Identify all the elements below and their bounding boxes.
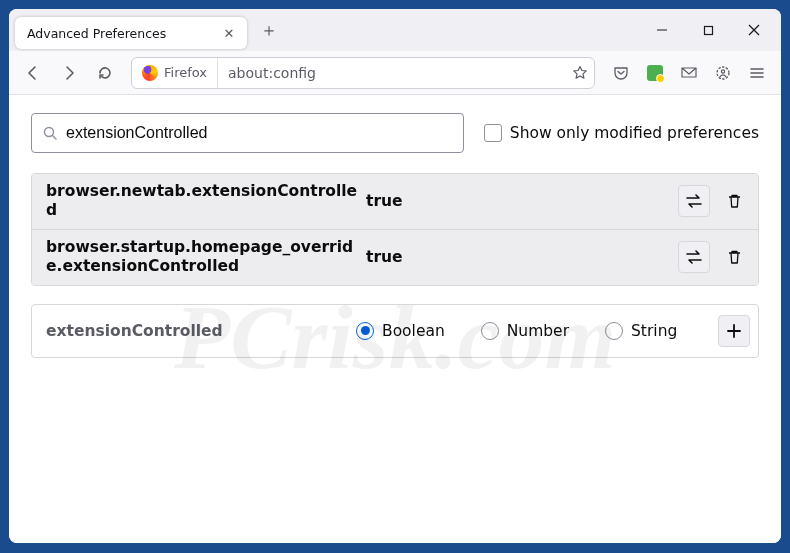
firefox-icon bbox=[142, 65, 158, 81]
pref-actions bbox=[678, 241, 750, 273]
type-radio-group: Boolean Number String bbox=[356, 322, 718, 340]
tab-title: Advanced Preferences bbox=[27, 26, 219, 41]
forward-button[interactable] bbox=[53, 57, 85, 89]
search-toolbar: Show only modified preferences bbox=[31, 113, 759, 153]
show-modified-toggle[interactable]: Show only modified preferences bbox=[484, 124, 759, 142]
radio-icon bbox=[605, 322, 623, 340]
url-bar[interactable]: Firefox about:config bbox=[131, 57, 595, 89]
prefs-table: browser.newtab.extensionControlled true … bbox=[31, 173, 759, 286]
search-icon bbox=[42, 125, 58, 141]
reset-button[interactable] bbox=[718, 241, 750, 273]
account-icon[interactable] bbox=[707, 57, 739, 89]
bookmark-star-icon[interactable] bbox=[566, 65, 594, 81]
pref-actions bbox=[678, 185, 750, 217]
swap-icon bbox=[685, 250, 703, 264]
radio-icon bbox=[481, 322, 499, 340]
site-identity[interactable]: Firefox bbox=[132, 58, 218, 88]
back-button[interactable] bbox=[17, 57, 49, 89]
plus-icon bbox=[727, 324, 741, 338]
pref-row[interactable]: browser.newtab.extensionControlled true bbox=[32, 174, 758, 229]
show-modified-label: Show only modified preferences bbox=[510, 124, 759, 142]
extension-icon[interactable] bbox=[639, 57, 671, 89]
pref-name: browser.startup.homepage_override.extens… bbox=[46, 238, 366, 277]
nav-bar: Firefox about:config bbox=[9, 51, 781, 95]
new-tab-button[interactable]: ＋ bbox=[255, 16, 283, 44]
identity-label: Firefox bbox=[164, 65, 207, 80]
url-text: about:config bbox=[218, 65, 566, 81]
toolbar-actions bbox=[605, 57, 773, 89]
new-pref-name: extensionControlled bbox=[46, 322, 356, 340]
pref-value: true bbox=[366, 192, 678, 210]
svg-point-5 bbox=[721, 69, 724, 72]
pref-row[interactable]: browser.startup.homepage_override.extens… bbox=[32, 229, 758, 285]
radio-boolean[interactable]: Boolean bbox=[356, 322, 445, 340]
tab-strip: Advanced Preferences ✕ ＋ bbox=[9, 9, 781, 51]
pref-name: browser.newtab.extensionControlled bbox=[46, 182, 366, 221]
about-config-content: Show only modified preferences browser.n… bbox=[9, 95, 781, 543]
browser-window: Advanced Preferences ✕ ＋ Firefox about:c… bbox=[9, 9, 781, 543]
app-menu-icon[interactable] bbox=[741, 57, 773, 89]
toggle-button[interactable] bbox=[678, 241, 710, 273]
minimize-button[interactable] bbox=[639, 9, 685, 51]
checkbox-icon bbox=[484, 124, 502, 142]
inbox-icon[interactable] bbox=[673, 57, 705, 89]
close-tab-icon[interactable]: ✕ bbox=[219, 23, 239, 43]
radio-icon bbox=[356, 322, 374, 340]
new-pref-row: extensionControlled Boolean Number Strin… bbox=[31, 304, 759, 358]
trash-icon bbox=[727, 193, 742, 209]
window-controls bbox=[639, 9, 777, 51]
search-box[interactable] bbox=[31, 113, 464, 153]
search-input[interactable] bbox=[66, 124, 453, 142]
svg-line-10 bbox=[53, 136, 57, 140]
trash-icon bbox=[727, 249, 742, 265]
pocket-icon[interactable] bbox=[605, 57, 637, 89]
svg-rect-1 bbox=[704, 26, 712, 34]
swap-icon bbox=[685, 194, 703, 208]
add-pref-button[interactable] bbox=[718, 315, 750, 347]
toggle-button[interactable] bbox=[678, 185, 710, 217]
tab-active[interactable]: Advanced Preferences ✕ bbox=[15, 17, 247, 49]
radio-string[interactable]: String bbox=[605, 322, 677, 340]
reload-button[interactable] bbox=[89, 57, 121, 89]
pref-value: true bbox=[366, 248, 678, 266]
maximize-button[interactable] bbox=[685, 9, 731, 51]
radio-number[interactable]: Number bbox=[481, 322, 569, 340]
reset-button[interactable] bbox=[718, 185, 750, 217]
close-window-button[interactable] bbox=[731, 9, 777, 51]
